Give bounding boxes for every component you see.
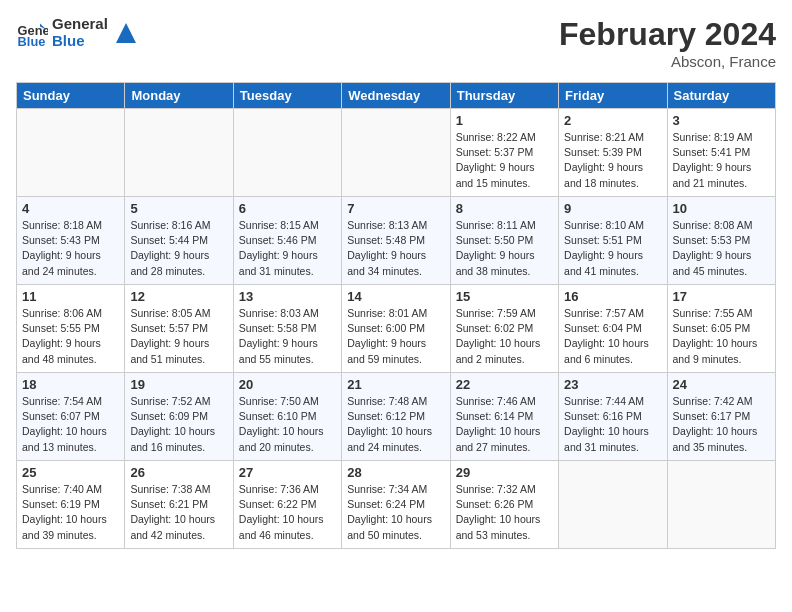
table-row: 8Sunrise: 8:11 AM Sunset: 5:50 PM Daylig…	[450, 197, 558, 285]
day-info: Sunrise: 8:10 AM Sunset: 5:51 PM Dayligh…	[564, 218, 661, 279]
col-sunday: Sunday	[17, 83, 125, 109]
location-label: Abscon, France	[559, 53, 776, 70]
table-row	[233, 109, 341, 197]
day-number: 10	[673, 201, 770, 216]
day-info: Sunrise: 7:34 AM Sunset: 6:24 PM Dayligh…	[347, 482, 444, 543]
table-row: 5Sunrise: 8:16 AM Sunset: 5:44 PM Daylig…	[125, 197, 233, 285]
table-row: 12Sunrise: 8:05 AM Sunset: 5:57 PM Dayli…	[125, 285, 233, 373]
day-number: 13	[239, 289, 336, 304]
col-saturday: Saturday	[667, 83, 775, 109]
day-info: Sunrise: 7:32 AM Sunset: 6:26 PM Dayligh…	[456, 482, 553, 543]
col-friday: Friday	[559, 83, 667, 109]
day-number: 16	[564, 289, 661, 304]
day-info: Sunrise: 8:08 AM Sunset: 5:53 PM Dayligh…	[673, 218, 770, 279]
day-number: 7	[347, 201, 444, 216]
logo-general: General	[52, 16, 108, 33]
day-info: Sunrise: 8:21 AM Sunset: 5:39 PM Dayligh…	[564, 130, 661, 191]
day-number: 23	[564, 377, 661, 392]
table-row: 20Sunrise: 7:50 AM Sunset: 6:10 PM Dayli…	[233, 373, 341, 461]
table-row: 3Sunrise: 8:19 AM Sunset: 5:41 PM Daylig…	[667, 109, 775, 197]
col-tuesday: Tuesday	[233, 83, 341, 109]
day-info: Sunrise: 8:06 AM Sunset: 5:55 PM Dayligh…	[22, 306, 119, 367]
logo: General Blue General Blue	[16, 16, 140, 49]
day-info: Sunrise: 8:15 AM Sunset: 5:46 PM Dayligh…	[239, 218, 336, 279]
day-number: 19	[130, 377, 227, 392]
table-row: 4Sunrise: 8:18 AM Sunset: 5:43 PM Daylig…	[17, 197, 125, 285]
day-number: 6	[239, 201, 336, 216]
day-info: Sunrise: 7:40 AM Sunset: 6:19 PM Dayligh…	[22, 482, 119, 543]
logo-triangle-icon	[112, 19, 140, 47]
day-number: 18	[22, 377, 119, 392]
day-number: 25	[22, 465, 119, 480]
week-row-3: 11Sunrise: 8:06 AM Sunset: 5:55 PM Dayli…	[17, 285, 776, 373]
logo-blue: Blue	[52, 33, 108, 50]
day-number: 15	[456, 289, 553, 304]
day-info: Sunrise: 8:13 AM Sunset: 5:48 PM Dayligh…	[347, 218, 444, 279]
day-info: Sunrise: 7:52 AM Sunset: 6:09 PM Dayligh…	[130, 394, 227, 455]
calendar-header-row: Sunday Monday Tuesday Wednesday Thursday…	[17, 83, 776, 109]
day-number: 21	[347, 377, 444, 392]
week-row-1: 1Sunrise: 8:22 AM Sunset: 5:37 PM Daylig…	[17, 109, 776, 197]
day-number: 1	[456, 113, 553, 128]
table-row: 26Sunrise: 7:38 AM Sunset: 6:21 PM Dayli…	[125, 461, 233, 549]
day-info: Sunrise: 8:18 AM Sunset: 5:43 PM Dayligh…	[22, 218, 119, 279]
day-number: 3	[673, 113, 770, 128]
week-row-5: 25Sunrise: 7:40 AM Sunset: 6:19 PM Dayli…	[17, 461, 776, 549]
day-info: Sunrise: 7:59 AM Sunset: 6:02 PM Dayligh…	[456, 306, 553, 367]
day-number: 27	[239, 465, 336, 480]
day-info: Sunrise: 7:38 AM Sunset: 6:21 PM Dayligh…	[130, 482, 227, 543]
table-row: 7Sunrise: 8:13 AM Sunset: 5:48 PM Daylig…	[342, 197, 450, 285]
day-info: Sunrise: 7:42 AM Sunset: 6:17 PM Dayligh…	[673, 394, 770, 455]
table-row	[559, 461, 667, 549]
day-number: 14	[347, 289, 444, 304]
day-info: Sunrise: 7:57 AM Sunset: 6:04 PM Dayligh…	[564, 306, 661, 367]
day-info: Sunrise: 8:05 AM Sunset: 5:57 PM Dayligh…	[130, 306, 227, 367]
table-row: 10Sunrise: 8:08 AM Sunset: 5:53 PM Dayli…	[667, 197, 775, 285]
day-info: Sunrise: 7:55 AM Sunset: 6:05 PM Dayligh…	[673, 306, 770, 367]
day-info: Sunrise: 7:50 AM Sunset: 6:10 PM Dayligh…	[239, 394, 336, 455]
day-info: Sunrise: 7:44 AM Sunset: 6:16 PM Dayligh…	[564, 394, 661, 455]
table-row: 28Sunrise: 7:34 AM Sunset: 6:24 PM Dayli…	[342, 461, 450, 549]
table-row: 13Sunrise: 8:03 AM Sunset: 5:58 PM Dayli…	[233, 285, 341, 373]
day-number: 5	[130, 201, 227, 216]
table-row: 11Sunrise: 8:06 AM Sunset: 5:55 PM Dayli…	[17, 285, 125, 373]
table-row: 6Sunrise: 8:15 AM Sunset: 5:46 PM Daylig…	[233, 197, 341, 285]
table-row: 2Sunrise: 8:21 AM Sunset: 5:39 PM Daylig…	[559, 109, 667, 197]
table-row: 18Sunrise: 7:54 AM Sunset: 6:07 PM Dayli…	[17, 373, 125, 461]
table-row: 25Sunrise: 7:40 AM Sunset: 6:19 PM Dayli…	[17, 461, 125, 549]
day-info: Sunrise: 7:46 AM Sunset: 6:14 PM Dayligh…	[456, 394, 553, 455]
day-number: 24	[673, 377, 770, 392]
table-row: 21Sunrise: 7:48 AM Sunset: 6:12 PM Dayli…	[342, 373, 450, 461]
day-number: 20	[239, 377, 336, 392]
col-thursday: Thursday	[450, 83, 558, 109]
svg-marker-3	[116, 23, 136, 43]
table-row: 15Sunrise: 7:59 AM Sunset: 6:02 PM Dayli…	[450, 285, 558, 373]
day-number: 8	[456, 201, 553, 216]
col-monday: Monday	[125, 83, 233, 109]
table-row: 23Sunrise: 7:44 AM Sunset: 6:16 PM Dayli…	[559, 373, 667, 461]
day-info: Sunrise: 7:36 AM Sunset: 6:22 PM Dayligh…	[239, 482, 336, 543]
table-row: 1Sunrise: 8:22 AM Sunset: 5:37 PM Daylig…	[450, 109, 558, 197]
day-number: 11	[22, 289, 119, 304]
table-row	[342, 109, 450, 197]
table-row	[667, 461, 775, 549]
col-wednesday: Wednesday	[342, 83, 450, 109]
day-info: Sunrise: 7:54 AM Sunset: 6:07 PM Dayligh…	[22, 394, 119, 455]
calendar-table: Sunday Monday Tuesday Wednesday Thursday…	[16, 82, 776, 549]
day-info: Sunrise: 8:22 AM Sunset: 5:37 PM Dayligh…	[456, 130, 553, 191]
day-number: 29	[456, 465, 553, 480]
table-row: 24Sunrise: 7:42 AM Sunset: 6:17 PM Dayli…	[667, 373, 775, 461]
day-info: Sunrise: 8:19 AM Sunset: 5:41 PM Dayligh…	[673, 130, 770, 191]
day-number: 9	[564, 201, 661, 216]
table-row: 9Sunrise: 8:10 AM Sunset: 5:51 PM Daylig…	[559, 197, 667, 285]
page-header: General Blue General Blue February 2024 …	[16, 16, 776, 70]
day-number: 22	[456, 377, 553, 392]
day-number: 26	[130, 465, 227, 480]
day-number: 2	[564, 113, 661, 128]
logo-icon: General Blue	[16, 17, 48, 49]
day-info: Sunrise: 7:48 AM Sunset: 6:12 PM Dayligh…	[347, 394, 444, 455]
svg-text:Blue: Blue	[18, 33, 46, 48]
table-row: 22Sunrise: 7:46 AM Sunset: 6:14 PM Dayli…	[450, 373, 558, 461]
month-title: February 2024	[559, 16, 776, 53]
day-number: 4	[22, 201, 119, 216]
